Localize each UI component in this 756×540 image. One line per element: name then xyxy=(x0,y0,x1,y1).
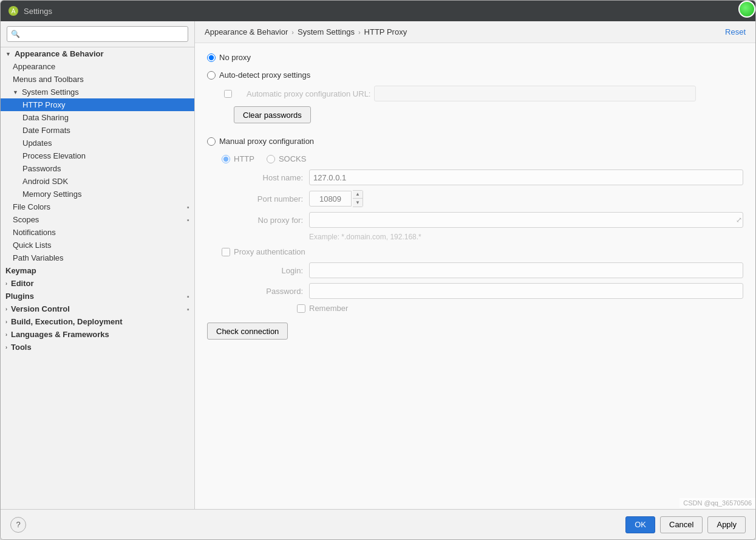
sidebar-item-appearance[interactable]: Appearance xyxy=(1,60,194,73)
http-label: HTTP xyxy=(234,154,254,163)
manual-proxy-option: Manual proxy configuration xyxy=(207,137,743,146)
search-icon: 🔍 xyxy=(11,30,20,38)
sidebar-item-scopes[interactable]: Scopes ▪ xyxy=(1,213,194,226)
titlebar-title: Settings xyxy=(24,7,52,16)
breadcrumb-item-2: System Settings xyxy=(298,27,355,36)
expand-icon: ▼ xyxy=(13,89,18,95)
socks-radio xyxy=(267,155,275,163)
sidebar-item-tools[interactable]: › Tools xyxy=(1,341,194,354)
sidebar-item-label: Editor xyxy=(11,279,34,288)
sidebar-item-path-variables[interactable]: Path Variables xyxy=(1,251,194,264)
breadcrumb-sep-1: › xyxy=(291,29,294,36)
remember-checkbox xyxy=(297,304,305,313)
port-spinner: ▲ ▼ xyxy=(309,190,363,207)
port-input xyxy=(309,191,352,207)
http-protocol-option: HTTP xyxy=(222,154,254,163)
sidebar-item-notifications[interactable]: Notifications xyxy=(1,226,194,239)
sidebar-item-memory-settings[interactable]: Memory Settings xyxy=(1,188,194,200)
no-proxy-for-label: No proxy for: xyxy=(236,216,309,225)
settings-icon: ▪ xyxy=(187,306,189,313)
sidebar-item-label: Build, Execution, Deployment xyxy=(11,317,122,326)
sidebar-item-http-proxy[interactable]: HTTP Proxy xyxy=(1,98,194,111)
protocol-row: HTTP SOCKS xyxy=(222,154,743,163)
settings-icon: ▪ xyxy=(187,216,189,224)
sidebar-item-version-control[interactable]: › Version Control ▪ xyxy=(1,302,194,315)
sidebar-item-label: Path Variables xyxy=(13,253,64,262)
breadcrumb-bar: Appearance & Behavior › System Settings … xyxy=(195,21,755,43)
sidebar-item-label: Languages & Frameworks xyxy=(11,330,109,339)
sidebar-item-label: Notifications xyxy=(13,228,56,237)
breadcrumb: Appearance & Behavior › System Settings … xyxy=(205,27,407,36)
proxy-auth-label: Proxy authentication xyxy=(234,247,305,256)
sidebar-item-quick-lists[interactable]: Quick Lists xyxy=(1,239,194,251)
titlebar-left: A Settings xyxy=(8,5,52,16)
sidebar-item-plugins[interactable]: Plugins ▪ xyxy=(1,290,194,302)
no-proxy-radio[interactable] xyxy=(207,53,216,62)
host-input xyxy=(309,169,743,185)
settings-dialog: A Settings ✕ 🔍 ▼ Appearance & Behavior A… xyxy=(0,0,756,540)
sidebar-item-languages-frameworks[interactable]: › Languages & Frameworks xyxy=(1,328,194,341)
settings-icon: ▪ xyxy=(187,203,189,211)
sidebar-item-date-formats[interactable]: Date Formats xyxy=(1,124,194,137)
manual-section: HTTP SOCKS Host name: Port xyxy=(207,154,743,313)
port-label: Port number: xyxy=(236,194,309,203)
sidebar-item-appearance-behavior[interactable]: ▼ Appearance & Behavior xyxy=(1,47,194,60)
sidebar-item-android-sdk[interactable]: Android SDK xyxy=(1,175,194,188)
sidebar-item-label: Updates xyxy=(22,138,52,148)
auto-config-label: Automatic proxy configuration URL: xyxy=(234,89,370,98)
ok-button[interactable]: OK xyxy=(625,516,655,533)
manual-proxy-label[interactable]: Manual proxy configuration xyxy=(219,137,314,146)
socks-protocol-option: SOCKS xyxy=(267,154,307,163)
help-button[interactable]: ? xyxy=(10,517,26,533)
sidebar-item-label: Scopes xyxy=(13,215,39,224)
reset-button[interactable]: Reset xyxy=(725,27,746,36)
sidebar-item-process-elevation[interactable]: Process Elevation xyxy=(1,149,194,162)
auto-detect-label[interactable]: Auto-detect proxy settings xyxy=(219,70,310,80)
sidebar-item-label: Menus and Toolbars xyxy=(13,75,84,84)
sidebar-item-label: Quick Lists xyxy=(13,241,52,250)
login-input xyxy=(309,262,743,278)
watermark: CSDN @qq_36570506 xyxy=(679,498,755,508)
footer-buttons: OK Cancel Apply xyxy=(625,516,746,533)
sidebar-item-updates[interactable]: Updates xyxy=(1,137,194,149)
manual-proxy-radio[interactable] xyxy=(207,137,216,146)
search-field[interactable] xyxy=(22,30,184,38)
sidebar-item-editor[interactable]: › Editor xyxy=(1,277,194,290)
sidebar-item-label: System Settings xyxy=(22,87,79,97)
main-content: Appearance & Behavior › System Settings … xyxy=(195,21,755,509)
sidebar-item-menus-toolbars[interactable]: Menus and Toolbars xyxy=(1,73,194,86)
no-proxy-wrapper: ⤢ xyxy=(309,212,743,228)
check-connection-section: Check connection xyxy=(207,323,743,340)
content-area: No proxy Auto-detect proxy settings Auto… xyxy=(195,43,755,509)
sidebar-item-label: File Colors xyxy=(13,202,50,211)
password-input xyxy=(309,283,743,299)
sidebar-item-passwords[interactable]: Passwords xyxy=(1,162,194,175)
no-proxy-label[interactable]: No proxy xyxy=(219,53,251,62)
expand-button: ⤢ xyxy=(736,216,742,224)
expand-icon: › xyxy=(5,319,7,325)
search-input-wrapper[interactable]: 🔍 xyxy=(7,26,188,42)
sidebar-item-data-sharing[interactable]: Data Sharing xyxy=(1,111,194,124)
sidebar-item-system-settings[interactable]: ▼ System Settings xyxy=(1,86,194,98)
sidebar-item-file-colors[interactable]: File Colors ▪ xyxy=(1,200,194,213)
apply-button[interactable]: Apply xyxy=(707,516,746,533)
auto-detect-option: Auto-detect proxy settings xyxy=(207,70,743,80)
sidebar-item-label: Passwords xyxy=(22,164,61,173)
sidebar-item-label: Memory Settings xyxy=(22,190,82,199)
host-row: Host name: xyxy=(222,169,743,185)
sidebar-item-keymap[interactable]: Keymap xyxy=(1,264,194,277)
auto-config-url-row: Automatic proxy configuration URL: xyxy=(207,86,743,101)
clear-passwords-button[interactable]: Clear passwords xyxy=(234,106,311,123)
auto-detect-radio[interactable] xyxy=(207,71,216,80)
app-icon: A xyxy=(8,5,19,16)
sidebar-item-label: Process Elevation xyxy=(22,151,86,160)
expand-icon: › xyxy=(5,306,7,312)
footer: ? OK Cancel Apply xyxy=(1,509,755,539)
proxy-auth-section: Proxy authentication xyxy=(222,247,743,256)
login-label: Login: xyxy=(236,266,309,275)
cancel-button[interactable]: Cancel xyxy=(660,516,703,533)
expand-icon: › xyxy=(5,332,7,338)
check-connection-button[interactable]: Check connection xyxy=(207,323,288,340)
titlebar: A Settings ✕ xyxy=(1,1,755,21)
sidebar-item-build-execution[interactable]: › Build, Execution, Deployment xyxy=(1,315,194,328)
